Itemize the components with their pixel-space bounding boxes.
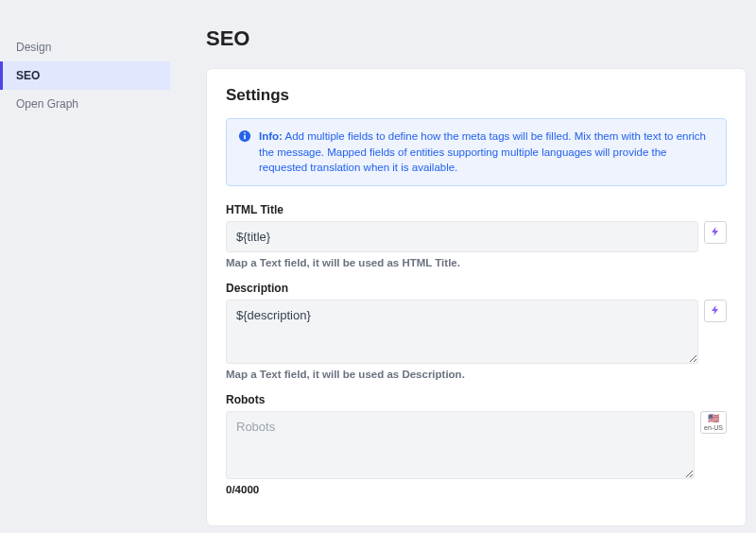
robots-counter: 0/4000 — [226, 484, 727, 495]
field-description: Description Map a Text field, it will be… — [226, 282, 727, 380]
locale-code: en-US — [704, 424, 723, 431]
svg-point-2 — [244, 132, 246, 134]
html-title-label: HTML Title — [226, 203, 727, 216]
html-title-ai-button[interactable] — [704, 221, 727, 244]
description-label: Description — [226, 282, 727, 295]
info-body: Add multiple fields to define how the me… — [259, 130, 706, 173]
robots-input[interactable] — [226, 411, 695, 479]
page-title: SEO — [206, 26, 747, 51]
lightning-icon — [710, 226, 721, 240]
sidebar-item-seo[interactable]: SEO — [0, 61, 170, 90]
settings-card: Settings Info: Add multiple fields to de… — [206, 68, 747, 526]
robots-label: Robots — [226, 393, 727, 406]
field-robots: Robots 🇺🇸 en-US 0/4000 — [226, 393, 727, 495]
description-input[interactable] — [226, 300, 698, 364]
html-title-help: Map a Text field, it will be used as HTM… — [226, 257, 727, 268]
html-title-input[interactable] — [226, 221, 698, 252]
info-box: Info: Add multiple fields to define how … — [226, 118, 727, 186]
description-ai-button[interactable] — [704, 300, 727, 322]
sidebar-item-open-graph[interactable]: Open Graph — [0, 90, 170, 118]
sidebar-item-label: Design — [16, 41, 51, 54]
svg-rect-1 — [244, 135, 246, 140]
sidebar-item-label: Open Graph — [16, 97, 78, 111]
sidebar-item-label: SEO — [16, 69, 40, 82]
lightning-icon — [710, 304, 721, 318]
info-label: Info: — [259, 130, 283, 142]
description-help: Map a Text field, it will be used as Des… — [226, 369, 727, 380]
main-content: SEO Settings Info: Add multiple fields t… — [170, 0, 756, 533]
info-icon — [238, 129, 251, 143]
field-html-title: HTML Title Map a Text field, it will be … — [226, 203, 727, 268]
info-text: Info: Add multiple fields to define how … — [259, 129, 714, 176]
sidebar: Design SEO Open Graph — [0, 0, 170, 533]
flag-icon: 🇺🇸 — [708, 414, 719, 423]
sidebar-item-design[interactable]: Design — [0, 33, 170, 61]
locale-button[interactable]: 🇺🇸 en-US — [700, 411, 727, 434]
settings-heading: Settings — [226, 86, 727, 105]
